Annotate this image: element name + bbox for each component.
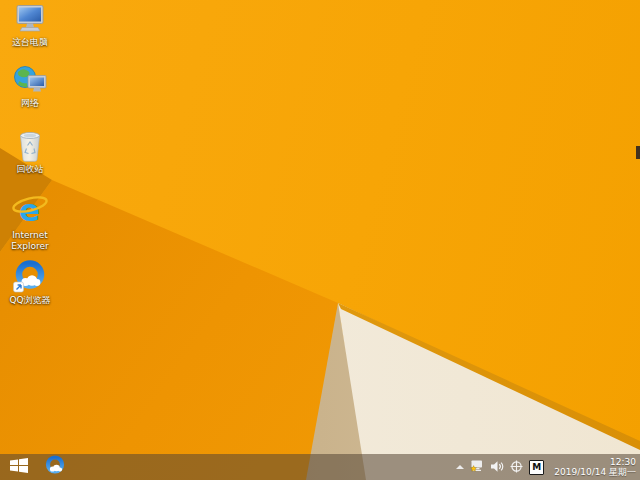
start-button[interactable] [0, 454, 38, 480]
desktop-icon-label: 这台电脑 [12, 37, 48, 48]
show-hidden-icons-button[interactable] [456, 465, 464, 469]
desktop-icon-label: Internet Explorer [3, 230, 57, 252]
volume-icon[interactable] [490, 458, 504, 477]
desktop-icon-this-pc[interactable]: 这台电脑 [3, 3, 57, 48]
desktop-icon-label: 网络 [21, 98, 39, 109]
this-pc-icon [13, 3, 47, 35]
desktop-icon-internet-explorer[interactable]: e Internet Explorer [3, 192, 57, 252]
taskbar: M 12:30 2019/10/14 星期一 [0, 454, 640, 480]
ime-mode-indicator[interactable]: M [529, 460, 544, 475]
windows-logo-icon [10, 458, 28, 477]
desktop-screen: 这台电脑 网络 [0, 0, 640, 480]
screen-edge-artifact [636, 146, 640, 159]
taskbar-pinned-qq-browser[interactable] [38, 454, 72, 480]
qq-browser-icon [12, 259, 48, 293]
system-tray: M 12:30 2019/10/14 星期一 [456, 457, 640, 477]
desktop-icon-qq-browser[interactable]: QQ浏览器 [3, 259, 57, 306]
network-warning-icon[interactable] [470, 458, 484, 477]
taskbar-clock[interactable]: 12:30 2019/10/14 星期一 [550, 457, 636, 477]
desktop-icon-network[interactable]: 网络 [3, 64, 57, 109]
desktop-icon-label: QQ浏览器 [9, 295, 50, 306]
desktop-icon-label: 回收站 [17, 164, 44, 175]
qq-browser-icon [45, 455, 65, 479]
network-icon [12, 64, 48, 96]
crosshair-tool-icon[interactable] [510, 458, 523, 477]
recycle-bin-icon [17, 130, 43, 162]
clock-date: 2019/10/14 星期一 [554, 467, 636, 477]
desktop-icon-recycle-bin[interactable]: 回收站 [3, 130, 57, 175]
clock-time: 12:30 [554, 457, 636, 467]
internet-explorer-icon: e [11, 192, 49, 228]
